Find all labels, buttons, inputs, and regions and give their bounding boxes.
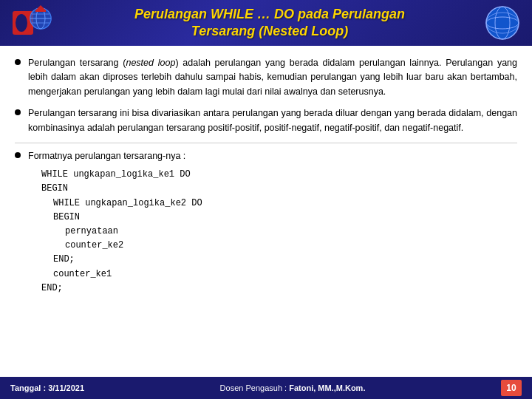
left-logo-icon — [11, 4, 55, 42]
footer-instructor: Dosen Pengasuh : Fatoni, MM.,M.Kom. — [220, 383, 366, 392]
code-line-9: END; — [41, 282, 517, 296]
svg-marker-9 — [36, 5, 45, 10]
format-label: Formatnya perulangan tersarang-nya : — [28, 149, 517, 163]
footer-instructor-name: Fatoni, MM.,M.Kom. — [289, 383, 365, 392]
code-line-7: END; — [53, 253, 517, 267]
footer-date-label: Tanggal : — [10, 383, 48, 392]
code-line-5: pernyataan — [65, 225, 517, 239]
bullet-text-2: Perulangan tersarang ini bisa divariasik… — [28, 106, 517, 135]
footer-page-number: 10 — [501, 380, 522, 396]
svg-rect-10 — [35, 10, 46, 12]
footer-date: Tanggal : 3/11/2021 — [10, 383, 84, 392]
code-line-3: WHILE ungkapan_logika_ke2 DO — [53, 197, 517, 211]
bullet-dot-1 — [15, 59, 21, 65]
bullet-item-1: Perulangan tersarang (nested loop) adala… — [15, 56, 517, 99]
globe-icon — [484, 4, 521, 41]
logo-right — [480, 3, 525, 44]
svg-point-2 — [16, 14, 27, 32]
code-line-4: BEGIN — [53, 211, 517, 225]
code-line-8: counter_ke1 — [53, 267, 517, 282]
title-line2: Tersarang (Nested Loop) — [59, 23, 480, 40]
code-line-6: counter_ke2 — [65, 239, 517, 253]
code-line-1: WHILE ungkapan_logika_ke1 DO — [41, 168, 517, 182]
logo-left — [7, 3, 59, 44]
bullet-item-3: Formatnya perulangan tersarang-nya : WHI… — [15, 149, 517, 296]
footer: Tanggal : 3/11/2021 Dosen Pengasuh : Fat… — [0, 377, 532, 399]
footer-date-value: 3/11/2021 — [48, 383, 84, 392]
bullet-dot-3 — [15, 152, 21, 158]
header-title: Perulangan WHILE … DO pada Perulangan Te… — [59, 6, 480, 41]
bullet-text-1: Perulangan tersarang (nested loop) adala… — [28, 56, 517, 99]
footer-instructor-label: Dosen Pengasuh : — [220, 383, 290, 392]
bullet-item-2: Perulangan tersarang ini bisa divariasik… — [15, 106, 517, 135]
main-content: Perulangan tersarang (nested loop) adala… — [0, 46, 532, 368]
bullet-dot-2 — [15, 109, 21, 115]
header: Perulangan WHILE … DO pada Perulangan Te… — [0, 0, 532, 46]
divider — [15, 143, 517, 143]
code-block: WHILE ungkapan_logika_ke1 DO BEGIN WHILE… — [41, 168, 517, 296]
code-line-2: BEGIN — [41, 182, 517, 196]
title-line1: Perulangan WHILE … DO pada Perulangan — [59, 6, 480, 23]
